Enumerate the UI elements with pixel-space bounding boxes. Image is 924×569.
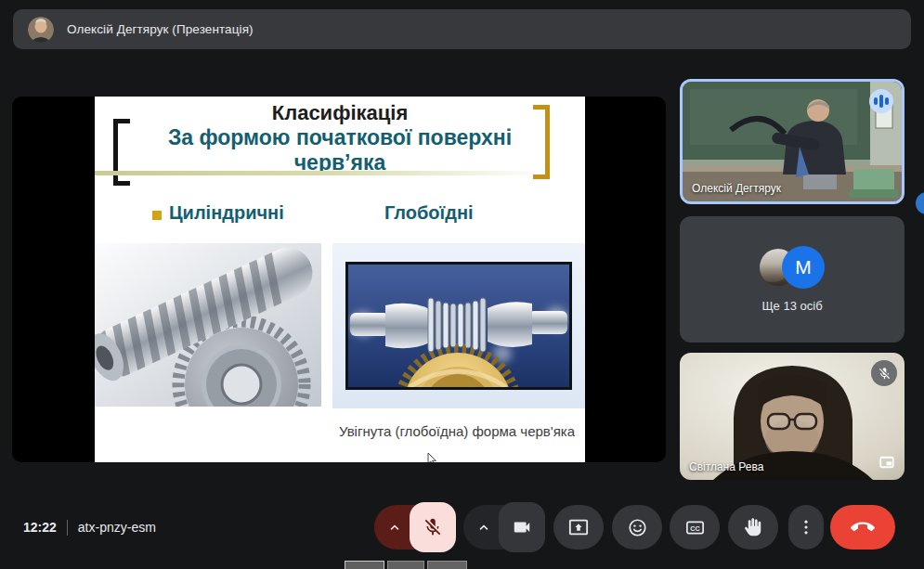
presentation-slide: Класифікація За формою початкової поверх…: [95, 97, 585, 462]
microphone-control: [374, 505, 456, 550]
slide-caption: Увігнута (глобоїдна) форма черв'яка: [329, 423, 585, 439]
svg-text:CC: CC: [690, 524, 699, 532]
end-call-button[interactable]: [830, 505, 895, 550]
present-screen-icon: [568, 517, 589, 537]
presenter-avatar: [28, 17, 54, 43]
presenter-banner[interactable]: Олексій Дегтярук (Презентація): [13, 9, 911, 49]
overflow-avatars: M: [760, 246, 825, 289]
mic-muted-icon: [871, 360, 897, 386]
slide-subtitle: За формою початкової поверхні черв’яка: [154, 125, 526, 175]
google-meet-window: Олексій Дегтярук (Презентація) Класифіка…: [0, 0, 924, 569]
letter-avatar: M: [782, 246, 825, 289]
emoji-icon: [627, 517, 648, 538]
info-divider: [67, 520, 68, 536]
camera-control: [463, 505, 545, 550]
audio-active-indicator: [869, 89, 893, 113]
window-thumbnail[interactable]: [427, 561, 467, 569]
divider-line: [95, 171, 566, 175]
bullet-square: [152, 211, 162, 220]
more-options-icon: [797, 518, 815, 537]
window-thumbnail[interactable]: [387, 561, 424, 569]
video-tile-participant[interactable]: Світлана Рева: [680, 353, 904, 480]
label-cylindrical: Циліндричні: [169, 202, 284, 224]
presenter-name: Олексій Дегтярук (Презентація): [67, 22, 254, 36]
captions-icon: CC: [684, 517, 706, 538]
reactions-button[interactable]: [612, 505, 662, 550]
camera-toggle-button[interactable]: [499, 502, 545, 552]
right-bracket-decoration: [533, 105, 550, 179]
more-options-button[interactable]: [788, 505, 824, 550]
label-globoid: Глобоїдні: [384, 202, 474, 224]
presentation-stage: Класифікація За формою початкової поверх…: [12, 97, 666, 462]
left-bracket-decoration: [113, 119, 130, 186]
globoid-worm-panel: [332, 243, 585, 408]
participant-name: Олексій Дегтярук: [692, 182, 781, 195]
overflow-count-label: Ще 13 осіб: [761, 299, 822, 313]
captions-button[interactable]: CC: [670, 505, 720, 550]
mic-mute-button[interactable]: [410, 502, 456, 552]
meeting-info: 12:22 atx-pnzy-esm: [23, 501, 156, 553]
end-call-icon: [851, 515, 875, 539]
cylindrical-worm-image: [95, 243, 321, 407]
slide-title: Класифікація: [95, 101, 585, 125]
present-screen-button[interactable]: [553, 505, 604, 550]
participant-name: Світлана Рева: [689, 460, 763, 473]
video-tile-overflow[interactable]: M Ще 13 осіб: [680, 216, 904, 343]
meeting-code: atx-pnzy-esm: [78, 520, 156, 535]
clock-time: 12:22: [23, 520, 57, 535]
picture-in-picture-icon[interactable]: [877, 452, 897, 472]
window-thumbnail[interactable]: [345, 561, 384, 569]
video-tile-speaker[interactable]: Олексій Дегтярук: [680, 79, 904, 204]
raise-hand-button[interactable]: [728, 505, 778, 550]
partial-avatar: [916, 192, 924, 214]
mouse-cursor: [427, 452, 437, 462]
hand-icon: [743, 517, 763, 537]
globoid-worm-image: [345, 262, 572, 390]
